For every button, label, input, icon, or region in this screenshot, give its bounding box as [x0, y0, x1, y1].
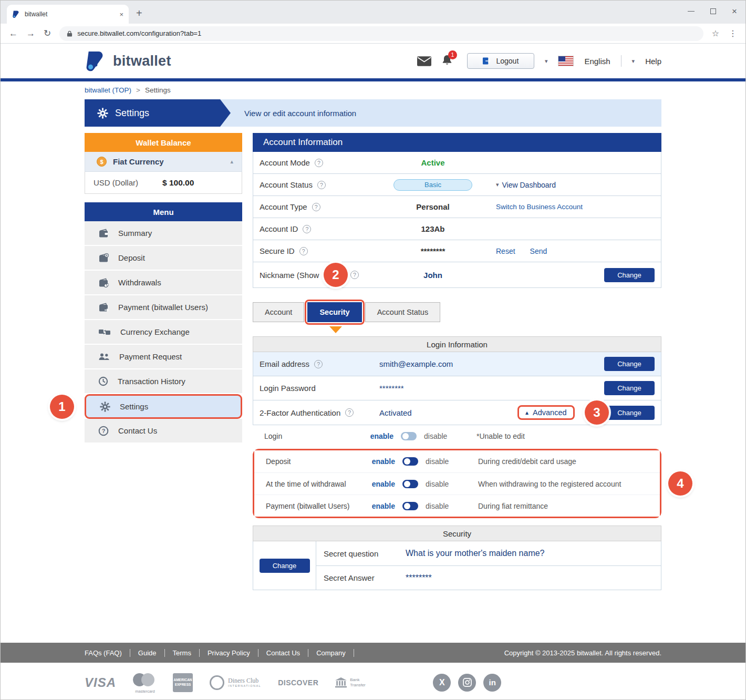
disable-label: disable — [426, 457, 449, 466]
help-icon[interactable]: ? — [315, 159, 323, 167]
two-factor-value: Activated — [379, 408, 412, 417]
discover-logo: DISCOVER — [278, 678, 318, 687]
sidebar-item-deposit[interactable]: Deposit — [85, 246, 242, 271]
window-minimize-icon[interactable] — [688, 11, 695, 12]
step-3-annotation: 3 — [585, 400, 609, 425]
security-change-cell: Change — [253, 541, 316, 590]
account-information-header: Account Information — [253, 133, 661, 152]
bank-icon — [335, 677, 347, 688]
collapse-caret-icon[interactable]: ▴ — [230, 158, 233, 165]
tab-account-status[interactable]: Account Status — [365, 302, 441, 322]
help-icon[interactable]: ? — [312, 203, 320, 211]
settings-banner: Settings View or edit account informatio… — [85, 99, 661, 127]
footer-link-terms[interactable]: Terms — [165, 649, 200, 657]
tab-account[interactable]: Account — [253, 302, 304, 322]
withdrawal-2fa-toggle[interactable] — [402, 480, 418, 488]
help-caret-icon[interactable]: ▾ — [632, 58, 635, 65]
help-link[interactable]: Help — [645, 57, 661, 66]
logout-button[interactable]: Logout — [467, 53, 534, 69]
sidebar-item-label: Contact Us — [118, 426, 157, 435]
footer-link-privacy[interactable]: Privacy Policy — [200, 649, 258, 657]
gear-icon — [97, 108, 108, 119]
deposit-icon — [98, 253, 109, 263]
secret-question-value: What is your mother's maiden name? — [406, 549, 545, 558]
tab-pointer-triangle — [329, 326, 342, 333]
window-close-icon[interactable]: × — [732, 7, 737, 16]
sidebar-item-withdrawals[interactable]: Withdrawals — [85, 271, 242, 295]
password-change-button[interactable]: Change — [604, 381, 655, 395]
breadcrumb: bitwallet (TOP) > Settings — [1, 81, 745, 98]
reset-link[interactable]: Reset — [496, 247, 515, 255]
language-caret-icon[interactable]: ▾ — [545, 58, 548, 65]
deposit-2fa-toggle[interactable] — [402, 457, 418, 466]
footer-link-contact[interactable]: Contact Us — [258, 649, 308, 657]
security-tab-highlight: Security — [305, 300, 364, 325]
help-icon[interactable]: ? — [350, 271, 359, 279]
help-icon[interactable]: ? — [345, 408, 354, 417]
window-maximize-icon[interactable] — [710, 8, 716, 14]
toggle-group-highlight: 4 Deposit enable disable During credit/d… — [253, 449, 661, 518]
instagram-icon[interactable] — [458, 674, 476, 692]
help-icon[interactable]: ? — [303, 225, 311, 233]
toggle-label: Payment (bitwallet Users) — [266, 502, 371, 510]
password-row: Login Password ******** Change — [253, 376, 661, 400]
toggle-label: Deposit — [266, 457, 371, 466]
reload-icon[interactable]: ↻ — [44, 28, 51, 39]
svg-text:?: ? — [102, 428, 106, 434]
browser-menu-icon[interactable]: ⋮ — [729, 28, 737, 38]
breadcrumb-current: Settings — [145, 86, 171, 94]
nickname-change-button[interactable]: Change — [604, 268, 655, 282]
footer-link-guide[interactable]: Guide — [130, 649, 165, 657]
disable-label: disable — [426, 502, 449, 510]
email-change-button[interactable]: Change — [604, 357, 655, 371]
back-icon[interactable]: ← — [9, 28, 18, 39]
notification-bell[interactable]: 1 — [442, 54, 452, 68]
two-factor-change-button[interactable]: Change — [604, 406, 655, 420]
advanced-button[interactable]: Advanced — [533, 408, 567, 417]
sidebar-item-label: Deposit — [118, 253, 145, 262]
bookmark-star-icon[interactable]: ☆ — [712, 28, 719, 38]
security-header: Security — [253, 526, 661, 541]
new-tab-button[interactable]: + — [136, 7, 142, 19]
step-2-annotation: 2 — [324, 263, 348, 287]
bitwallet-logo[interactable]: bitwallet — [85, 50, 171, 71]
sidebar-item-payment-request[interactable]: Payment Request — [85, 345, 242, 369]
view-dashboard-link[interactable]: ▾View Dashboard — [496, 181, 556, 189]
sidebar-item-payment[interactable]: Payment (bitwallet Users) — [85, 295, 242, 320]
banner-subtitle: View or edit account information — [244, 109, 356, 118]
switch-business-link[interactable]: Switch to Business Account — [496, 203, 583, 211]
disable-label: disable — [426, 480, 449, 488]
mail-icon[interactable] — [417, 56, 431, 66]
help-icon[interactable]: ? — [299, 247, 308, 255]
fiat-currency-row[interactable]: $ Fiat Currency ▴ — [85, 152, 242, 172]
security-section: Security Change Secret question What is … — [253, 526, 661, 590]
browser-tab[interactable]: bitwallet × — [7, 5, 129, 24]
help-icon[interactable]: ? — [317, 181, 326, 189]
x-social-icon[interactable]: X — [433, 674, 451, 692]
footer-link-faq[interactable]: FAQs (FAQ) — [85, 649, 130, 657]
secure-id-value: ******** — [370, 246, 496, 255]
url-field[interactable]: secure.bitwallet.com/configuration?tab=1 — [59, 26, 703, 41]
payment-2fa-toggle[interactable] — [402, 502, 418, 510]
browser-tab-strip: bitwallet × + × — [1, 1, 745, 24]
breadcrumb-home-link[interactable]: bitwallet (TOP) — [85, 86, 131, 94]
sidebar-item-currency-exchange[interactable]: Currency Exchange — [85, 320, 242, 345]
footer-link-company[interactable]: Company — [308, 649, 354, 657]
toggle-note: *Unable to edit — [476, 432, 525, 440]
language-label[interactable]: English — [584, 57, 610, 66]
tab-security[interactable]: Security — [307, 302, 361, 322]
sidebar-item-settings[interactable]: 1 Settings — [85, 394, 242, 419]
send-link[interactable]: Send — [530, 247, 547, 255]
advanced-toggle-highlight: ▴ Advanced — [517, 405, 575, 420]
help-icon[interactable]: ? — [314, 360, 323, 368]
security-change-button[interactable]: Change — [260, 559, 310, 573]
forward-icon[interactable]: → — [26, 28, 35, 39]
amex-logo: AMERICAN EXPRESS — [173, 673, 193, 692]
sidebar-item-contact-us[interactable]: ? Contact Us — [85, 419, 242, 444]
people-icon — [98, 353, 110, 361]
login-2fa-toggle[interactable] — [401, 432, 417, 440]
linkedin-icon[interactable]: in — [483, 674, 501, 692]
sidebar-item-transaction-history[interactable]: Transaction History — [85, 369, 242, 394]
sidebar-item-summary[interactable]: Summary — [85, 221, 242, 246]
tab-close-icon[interactable]: × — [119, 11, 123, 18]
